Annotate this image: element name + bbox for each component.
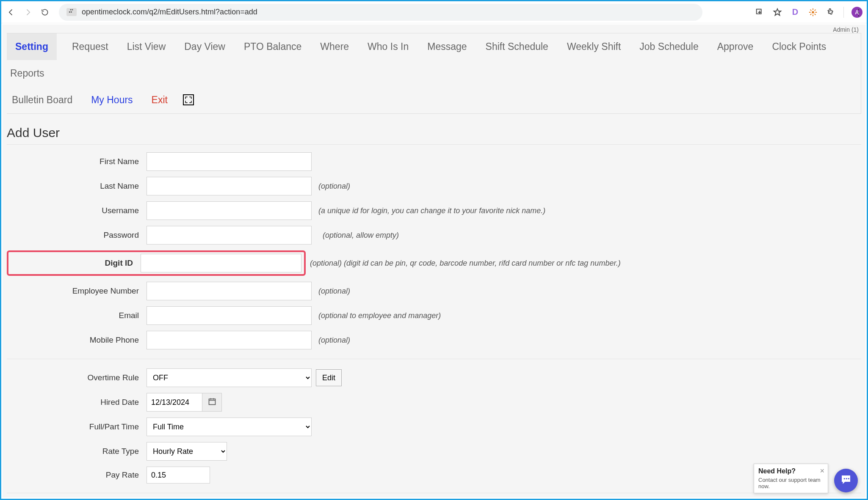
- svg-point-4: [848, 478, 849, 479]
- label-digit-id: Digit ID: [8, 258, 141, 268]
- hint-employee-number: (optional): [318, 287, 350, 296]
- label-full-part-time: Full/Part Time: [7, 422, 147, 431]
- tab-reports[interactable]: Reports: [7, 60, 48, 87]
- browser-toolbar: opentimeclock.com/q2/mEditUsers.html?act…: [1, 1, 867, 23]
- label-mobile-phone: Mobile Phone: [7, 335, 147, 345]
- svg-point-3: [846, 478, 847, 479]
- overtime-rule-select[interactable]: OFF: [147, 368, 312, 387]
- hint-username: (a unique id for login, you can change i…: [318, 206, 545, 215]
- tab-job-schedule[interactable]: Job Schedule: [636, 33, 702, 60]
- tab-my-hours[interactable]: My Hours: [88, 87, 136, 113]
- help-subtitle: Contact our support team now.: [758, 477, 824, 489]
- install-app-icon[interactable]: [755, 7, 765, 17]
- username-input[interactable]: [147, 201, 312, 220]
- tab-exit[interactable]: Exit: [148, 87, 171, 113]
- employee-number-input[interactable]: [147, 282, 312, 300]
- tab-day-view[interactable]: Day View: [181, 33, 229, 60]
- label-last-name: Last Name: [7, 181, 147, 191]
- hint-last-name: (optional): [318, 182, 350, 191]
- site-info-icon[interactable]: [66, 8, 77, 16]
- pay-rate-input[interactable]: [147, 467, 210, 484]
- help-close-button[interactable]: ×: [820, 467, 824, 475]
- browser-menu-icon[interactable]: ⋮: [854, 7, 863, 18]
- digit-id-input[interactable]: [141, 254, 301, 272]
- tab-setting[interactable]: Setting: [7, 33, 57, 60]
- label-password: Password: [7, 231, 147, 240]
- tab-request[interactable]: Request: [69, 33, 112, 60]
- hired-date-picker-button[interactable]: [202, 393, 222, 412]
- label-hired-date: Hired Date: [7, 398, 147, 407]
- reload-button[interactable]: [39, 7, 50, 18]
- label-email: Email: [7, 311, 147, 320]
- user-form: First Name Last Name (optional) Username…: [7, 152, 861, 500]
- forward-button[interactable]: [22, 7, 33, 18]
- help-popup: × Need Help? Contact our support team no…: [754, 464, 828, 493]
- tab-list-view[interactable]: List View: [124, 33, 169, 60]
- label-username: Username: [7, 206, 147, 215]
- tab-message[interactable]: Message: [424, 33, 470, 60]
- last-name-input[interactable]: [147, 177, 312, 195]
- hint-password: (optional, allow empty): [323, 231, 399, 240]
- chat-fab[interactable]: [834, 469, 858, 492]
- chat-icon: [840, 473, 852, 488]
- url-text: opentimeclock.com/q2/mEditUsers.html?act…: [82, 8, 257, 16]
- tab-shift-schedule[interactable]: Shift Schedule: [482, 33, 552, 60]
- toolbar-divider: [843, 7, 844, 18]
- fullscreen-button[interactable]: [183, 94, 194, 106]
- tab-where[interactable]: Where: [317, 33, 352, 60]
- overtime-edit-button[interactable]: Edit: [316, 369, 342, 386]
- digit-id-highlight: Digit ID: [7, 250, 306, 276]
- divider: [7, 359, 861, 359]
- tab-pto-balance[interactable]: PTO Balance: [240, 33, 305, 60]
- tab-clock-points[interactable]: Clock Points: [768, 33, 829, 60]
- divider: [7, 493, 861, 493]
- help-title: Need Help?: [758, 467, 824, 475]
- divider: [7, 144, 861, 145]
- page-body: Admin (1) Setting Request List View Day …: [3, 25, 865, 497]
- hint-mobile-phone: (optional): [318, 336, 350, 345]
- label-first-name: First Name: [7, 157, 147, 166]
- svg-point-0: [812, 11, 814, 14]
- hint-email: (optional to employee and manager): [318, 311, 441, 320]
- svg-point-2: [844, 478, 845, 479]
- tab-weekly-shift[interactable]: Weekly Shift: [564, 33, 624, 60]
- password-input[interactable]: [147, 226, 312, 245]
- calendar-icon: [208, 397, 216, 407]
- hint-digit-id: (optional) (digit id can be pin, qr code…: [310, 259, 621, 268]
- rate-type-select[interactable]: Hourly Rate: [147, 442, 227, 461]
- label-overtime-rule: Overtime Rule: [7, 373, 147, 382]
- label-pay-rate: Pay Rate: [7, 470, 147, 480]
- first-name-input[interactable]: [147, 152, 312, 171]
- main-nav: Setting Request List View Day View PTO B…: [7, 33, 861, 114]
- label-employee-number: Employee Number: [7, 286, 147, 296]
- back-button[interactable]: [6, 7, 17, 18]
- mobile-phone-input[interactable]: [147, 331, 312, 349]
- hired-date-input[interactable]: [147, 393, 202, 412]
- svg-rect-1: [209, 399, 215, 404]
- fullscreen-icon: [183, 94, 194, 105]
- admin-indicator[interactable]: Admin (1): [7, 25, 861, 33]
- label-rate-type: Rate Type: [7, 447, 147, 456]
- extension-flower-icon[interactable]: [808, 7, 818, 17]
- extensions-puzzle-icon[interactable]: [826, 7, 836, 17]
- extension-d-icon[interactable]: D: [790, 7, 800, 17]
- full-part-time-select[interactable]: Full Time: [147, 418, 312, 436]
- tab-bulletin-board[interactable]: Bulletin Board: [7, 87, 76, 113]
- page-title: Add User: [7, 114, 861, 144]
- tab-approve[interactable]: Approve: [714, 33, 757, 60]
- tab-who-is-in[interactable]: Who Is In: [364, 33, 412, 60]
- bookmark-star-icon[interactable]: [772, 7, 782, 17]
- address-bar[interactable]: opentimeclock.com/q2/mEditUsers.html?act…: [59, 4, 702, 21]
- email-input[interactable]: [147, 306, 312, 325]
